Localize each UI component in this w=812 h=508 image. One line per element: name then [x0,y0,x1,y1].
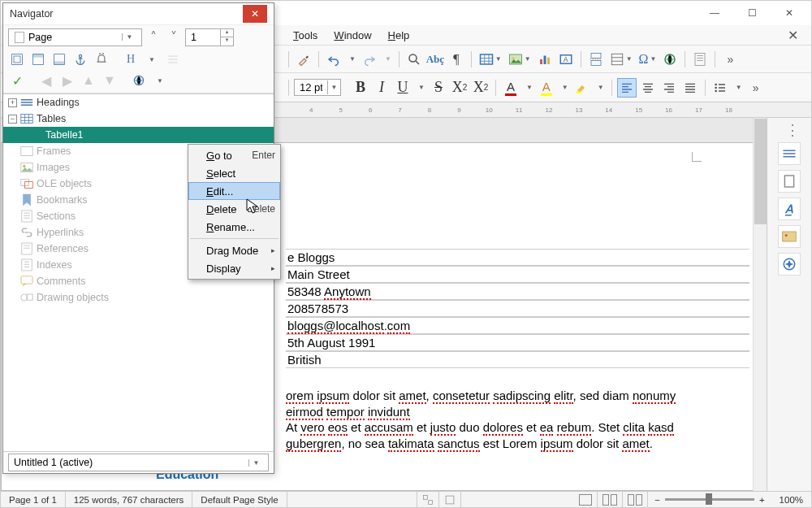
tree-drawing[interactable]: Drawing objects [3,289,274,306]
tree-headings[interactable]: + Headings [3,94,274,111]
toggle-master-icon[interactable]: ✓ [8,72,26,89]
zoom-in-button[interactable]: + [759,495,765,505]
drag-mode-icon[interactable] [130,72,148,89]
ctx-goto[interactable]: Go toEnter [188,146,280,164]
zoom-percent[interactable]: 100% [771,495,811,505]
table-row[interactable]: 5th August 1991 [286,334,749,351]
table-insert-dropdown[interactable]: ▼ [477,51,504,67]
italic-button[interactable]: I [372,78,391,98]
heading-levels-icon[interactable]: H [122,50,140,68]
toolbar-more-icon[interactable]: » [720,50,740,69]
undo-icon[interactable] [324,50,343,69]
anchor-icon[interactable] [71,50,89,68]
ctx-display[interactable]: Display [188,259,280,277]
ctx-delete[interactable]: DeleteDelete [188,200,280,218]
sidebar-styles-icon[interactable]: A̲ [778,198,801,220]
status-pagestyle[interactable]: Default Page Style [192,492,287,507]
spellcheck-icon[interactable]: Abç [425,50,445,69]
image-insert-icon[interactable]: ▼ [506,51,533,67]
menu-tools[interactable]: Tools [285,28,326,43]
reminder-icon[interactable] [93,50,110,68]
align-right-button[interactable] [659,78,679,98]
align-center-button[interactable] [638,78,658,98]
vertical-scrollbar[interactable] [753,118,767,491]
close-document-button[interactable]: ✕ [788,28,811,43]
sidebar-gallery-icon[interactable] [778,225,801,248]
menu-help[interactable]: Help [380,28,418,43]
status-view-single[interactable] [574,492,598,507]
scrollbar-thumb[interactable] [754,119,767,224]
svg-rect-1 [480,54,492,64]
tree-table-item[interactable]: Tabelle1 [3,127,274,143]
table-row[interactable]: bloggs@localhost.com [286,317,749,334]
close-window-button[interactable]: ✕ [771,1,808,25]
font-size-input[interactable]: ▼ [294,79,341,96]
pagebreak-icon[interactable] [586,50,606,69]
footer-icon[interactable] [50,50,68,68]
zoom-out-button[interactable]: − [654,495,660,505]
navigator-titlebar[interactable]: Navigator ✕ [3,3,274,24]
navigate-by-select[interactable]: Page ▼ [8,28,142,46]
body-text[interactable]: orem ipsum dolor sit amet, consetetur sa… [286,388,684,451]
status-selection-mode[interactable] [417,492,439,507]
underline-button[interactable]: U [393,78,412,98]
ctx-dragmode[interactable]: Drag Mode [188,241,280,259]
nav-prev-icon[interactable]: ˄ [145,28,162,46]
field-insert-dropdown[interactable]: ▼ [607,51,635,67]
char-highlight-button[interactable] [572,78,592,98]
ctx-rename[interactable]: Rename... [188,218,280,236]
table-row[interactable]: 58348 Anytown [286,283,749,300]
navigator-close-button[interactable]: ✕ [243,5,267,23]
hyperlink-icon[interactable] [660,50,680,69]
redo-dropdown[interactable]: ▼ [381,54,394,63]
table-row[interactable]: British [286,351,749,368]
svg-rect-13 [695,53,705,65]
sidebar-settings-icon[interactable]: ⋮ [785,121,800,139]
status-signature[interactable] [439,492,461,507]
subscript-button[interactable]: X2 [471,78,490,98]
maximize-button[interactable]: ☐ [733,1,771,25]
minimize-button[interactable]: — [696,1,733,25]
strikethrough-button[interactable]: S [429,78,448,98]
bullet-list-button[interactable] [710,78,730,98]
document-select[interactable]: Untitled 1 (active) ▼ [8,454,269,471]
bold-button[interactable]: B [351,78,370,98]
status-page[interactable]: Page 1 of 1 [1,492,66,507]
find-icon[interactable] [404,50,424,69]
page-number-input[interactable]: 1 ▲▼ [185,28,234,46]
sidebar-properties-icon[interactable] [778,142,801,165]
status-view-book[interactable] [623,492,648,507]
collapse-icon[interactable]: − [8,115,17,124]
menu-window[interactable]: Window [326,28,379,43]
header-icon[interactable] [29,50,47,68]
footnote-icon[interactable] [690,50,710,69]
formatting-marks-icon[interactable]: ¶ [447,50,466,69]
font-color-button[interactable]: A [501,78,520,98]
status-wordcount[interactable]: 125 words, 767 characters [66,492,193,507]
chart-insert-icon[interactable] [535,50,555,69]
sidebar-navigator-icon[interactable] [778,253,801,276]
expand-icon[interactable]: + [8,98,17,107]
table-row[interactable]: Main Street [286,266,749,283]
sidebar-page-icon[interactable] [778,170,801,193]
align-left-button[interactable] [617,78,637,98]
table-row[interactable]: 208578573 [286,300,749,317]
align-justify-button[interactable] [680,78,700,98]
table-row[interactable]: e Bloggs [286,249,749,266]
superscript-button[interactable]: X2 [450,78,469,98]
ctx-select[interactable]: Select [188,164,280,182]
tree-tables[interactable]: − Tables [3,111,274,127]
highlight-button[interactable]: A [537,78,556,98]
redo-icon[interactable] [360,50,379,69]
textbox-insert-icon[interactable]: A [556,50,576,69]
special-char-dropdown[interactable]: Ω▼ [637,51,659,67]
paintbrush-icon[interactable] [294,50,313,69]
format-toolbar-more-icon[interactable]: » [746,78,766,98]
content-view-icon[interactable] [8,50,26,68]
undo-dropdown[interactable]: ▼ [345,54,358,63]
status-view-multi[interactable] [598,492,623,507]
nav-next-icon[interactable]: ˅ [165,28,183,46]
ctx-edit[interactable]: Edit... [188,182,280,200]
zoom-slider[interactable]: − + [648,495,771,505]
font-size-field[interactable] [295,80,327,95]
